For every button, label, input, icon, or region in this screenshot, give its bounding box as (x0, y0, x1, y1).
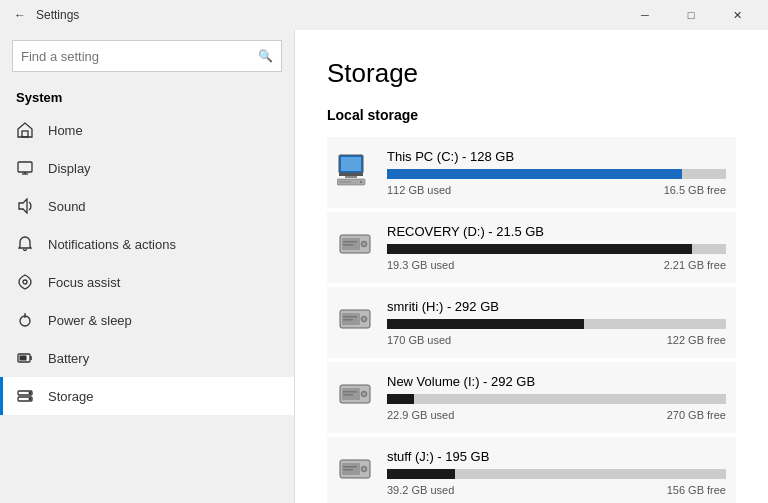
svg-rect-11 (20, 356, 27, 361)
sidebar-item-home-label: Home (48, 123, 83, 138)
svg-point-44 (363, 468, 365, 470)
drive-bar-h (387, 319, 726, 329)
storage-item-j[interactable]: stuff (J:) - 195 GB 39.2 GB used 156 GB … (327, 437, 736, 503)
drive-fill-d (387, 244, 692, 254)
sidebar-item-power[interactable]: Power & sleep (0, 301, 294, 339)
storage-list: This PC (C:) - 128 GB 112 GB used 16.5 G… (327, 137, 736, 503)
search-input[interactable] (21, 49, 258, 64)
notifications-icon (16, 235, 34, 253)
drive-info-c: This PC (C:) - 128 GB 112 GB used 16.5 G… (387, 149, 726, 196)
svg-rect-18 (339, 173, 363, 176)
svg-rect-22 (339, 181, 351, 183)
drive-fill-i (387, 394, 414, 404)
maximize-button[interactable]: □ (668, 0, 714, 30)
drive-fill-j (387, 469, 455, 479)
sidebar-item-storage[interactable]: Storage (0, 377, 294, 415)
svg-rect-28 (343, 244, 353, 246)
svg-rect-27 (343, 241, 357, 243)
drive-bar-i (387, 394, 726, 404)
svg-point-14 (29, 392, 31, 394)
svg-point-32 (363, 318, 365, 320)
svg-point-5 (23, 280, 27, 284)
focus-icon (16, 273, 34, 291)
drive-icon-i (337, 376, 373, 412)
drive-info-d: RECOVERY (D:) - 21.5 GB 19.3 GB used 2.2… (387, 224, 726, 271)
back-button[interactable]: ← (8, 3, 32, 27)
page-title: Storage (327, 58, 736, 89)
svg-point-21 (360, 181, 362, 183)
drive-stats-h: 170 GB used 122 GB free (387, 334, 726, 346)
svg-rect-17 (341, 157, 361, 171)
drive-stats-i: 22.9 GB used 270 GB free (387, 409, 726, 421)
app-body: 🔍 System Home Display (0, 30, 768, 503)
minimize-button[interactable]: ─ (622, 0, 668, 30)
drive-icon-h (337, 301, 373, 337)
svg-rect-33 (343, 316, 357, 318)
sidebar-item-display[interactable]: Display (0, 149, 294, 187)
sidebar-item-battery-label: Battery (48, 351, 89, 366)
drive-stats-c: 112 GB used 16.5 GB free (387, 184, 726, 196)
svg-point-26 (363, 243, 365, 245)
svg-rect-39 (343, 391, 357, 393)
drive-bar-j (387, 469, 726, 479)
sound-icon (16, 197, 34, 215)
main-panel: Storage Local storage This PC (C:) - 128… (295, 30, 768, 503)
home-icon (16, 121, 34, 139)
drive-icon-j (337, 451, 373, 487)
storage-item-c[interactable]: This PC (C:) - 128 GB 112 GB used 16.5 G… (327, 137, 736, 208)
svg-rect-46 (343, 469, 353, 471)
sidebar-item-home[interactable]: Home (0, 111, 294, 149)
power-icon (16, 311, 34, 329)
storage-item-h[interactable]: smriti (H:) - 292 GB 170 GB used 122 GB … (327, 287, 736, 358)
sidebar: 🔍 System Home Display (0, 30, 295, 503)
drive-used-d: 19.3 GB used (387, 259, 454, 271)
drive-name-h: smriti (H:) - 292 GB (387, 299, 726, 314)
sidebar-item-display-label: Display (48, 161, 91, 176)
search-icon: 🔍 (258, 49, 273, 63)
drive-name-d: RECOVERY (D:) - 21.5 GB (387, 224, 726, 239)
drive-info-j: stuff (J:) - 195 GB 39.2 GB used 156 GB … (387, 449, 726, 496)
drive-bar-c (387, 169, 726, 179)
sidebar-item-power-label: Power & sleep (48, 313, 132, 328)
sidebar-item-battery[interactable]: Battery (0, 339, 294, 377)
sidebar-item-notifications[interactable]: Notifications & actions (0, 225, 294, 263)
drive-free-j: 156 GB free (667, 484, 726, 496)
sidebar-item-notifications-label: Notifications & actions (48, 237, 176, 252)
drive-used-i: 22.9 GB used (387, 409, 454, 421)
drive-icon-c (337, 151, 373, 187)
drive-free-d: 2.21 GB free (664, 259, 726, 271)
svg-rect-45 (343, 466, 357, 468)
drive-name-j: stuff (J:) - 195 GB (387, 449, 726, 464)
battery-icon (16, 349, 34, 367)
local-storage-title: Local storage (327, 107, 736, 123)
svg-rect-34 (343, 319, 353, 321)
search-box[interactable]: 🔍 (12, 40, 282, 72)
drive-stats-j: 39.2 GB used 156 GB free (387, 484, 726, 496)
window-controls: ─ □ ✕ (622, 0, 760, 30)
drive-used-h: 170 GB used (387, 334, 451, 346)
sidebar-item-focus[interactable]: Focus assist (0, 263, 294, 301)
display-icon (16, 159, 34, 177)
drive-free-h: 122 GB free (667, 334, 726, 346)
drive-stats-d: 19.3 GB used 2.21 GB free (387, 259, 726, 271)
sidebar-item-storage-label: Storage (48, 389, 94, 404)
svg-marker-4 (19, 199, 27, 213)
sidebar-item-sound[interactable]: Sound (0, 187, 294, 225)
drive-fill-h (387, 319, 584, 329)
title-bar: ← Settings ─ □ ✕ (0, 0, 768, 30)
storage-icon (16, 387, 34, 405)
storage-item-d[interactable]: RECOVERY (D:) - 21.5 GB 19.3 GB used 2.2… (327, 212, 736, 283)
drive-info-h: smriti (H:) - 292 GB 170 GB used 122 GB … (387, 299, 726, 346)
drive-info-i: New Volume (I:) - 292 GB 22.9 GB used 27… (387, 374, 726, 421)
drive-fill-c (387, 169, 682, 179)
sidebar-section-label: System (0, 82, 294, 111)
svg-rect-1 (18, 162, 32, 172)
drive-free-i: 270 GB free (667, 409, 726, 421)
svg-point-15 (29, 398, 31, 400)
drive-icon-d (337, 226, 373, 262)
storage-item-i[interactable]: New Volume (I:) - 292 GB 22.9 GB used 27… (327, 362, 736, 433)
drive-free-c: 16.5 GB free (664, 184, 726, 196)
close-button[interactable]: ✕ (714, 0, 760, 30)
svg-rect-19 (345, 176, 357, 178)
drive-name-c: This PC (C:) - 128 GB (387, 149, 726, 164)
